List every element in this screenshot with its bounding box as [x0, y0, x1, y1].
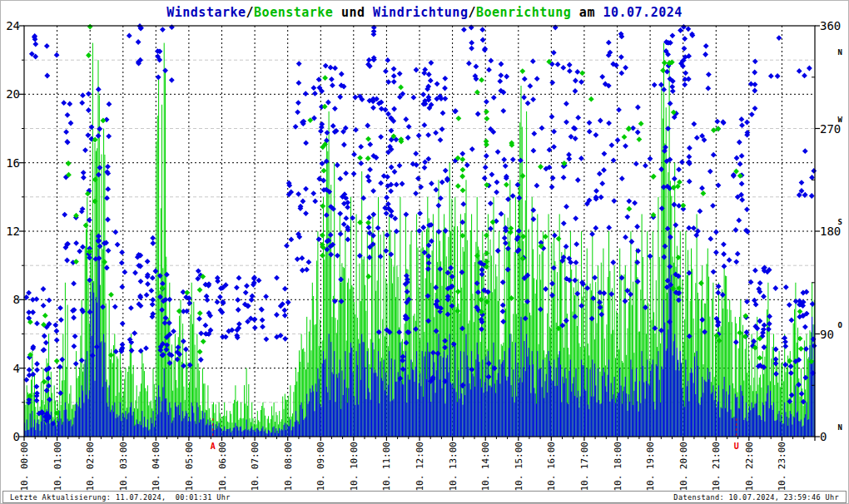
svg-text:10. 02:00: 10. 02:00: [85, 442, 96, 492]
svg-text:10. 19:00: 10. 19:00: [645, 442, 656, 492]
svg-text:180: 180: [820, 225, 841, 238]
svg-text:10. 09:00: 10. 09:00: [315, 442, 326, 492]
svg-text:10. 15:00: 10. 15:00: [514, 442, 524, 492]
svg-text:270: 270: [820, 122, 841, 136]
svg-text:16: 16: [6, 156, 20, 170]
svg-text:10. 14:00: 10. 14:00: [480, 442, 491, 492]
svg-text:O: O: [838, 321, 843, 329]
svg-text:360: 360: [820, 19, 841, 32]
svg-text:10. 00:00: 10. 00:00: [19, 442, 30, 492]
svg-text:10. 21:00: 10. 21:00: [711, 442, 722, 492]
svg-text:10. 05:00: 10. 05:00: [184, 442, 195, 492]
svg-text:10. 12:00: 10. 12:00: [415, 442, 425, 492]
svg-text:N: N: [838, 423, 842, 432]
svg-text:U: U: [734, 442, 739, 451]
data-status-text: Datenstand: 10.07.2024, 23:59:46 Uhr: [673, 493, 839, 502]
svg-text:20: 20: [6, 87, 20, 101]
svg-text:W: W: [838, 116, 843, 124]
y-right-labels: 0N90O180S270W360N: [820, 19, 843, 443]
svg-text:0: 0: [820, 430, 827, 443]
svg-text:10. 07:00: 10. 07:00: [250, 442, 261, 492]
svg-text:10. 03:00: 10. 03:00: [118, 442, 129, 492]
svg-text:90: 90: [820, 328, 834, 341]
wind-chart-page: Windstarke/Boenstarke und Windrichtung/B…: [0, 0, 849, 504]
svg-text:10. 11:00: 10. 11:00: [381, 442, 392, 492]
svg-text:10. 13:00: 10. 13:00: [448, 442, 459, 492]
svg-text:S: S: [838, 218, 842, 226]
wind-chart-plot: AU048121620240N90O180S270W360N10. 00:001…: [1, 1, 849, 504]
svg-text:10. 10:00: 10. 10:00: [349, 442, 360, 492]
svg-text:10. 20:00: 10. 20:00: [678, 442, 689, 492]
last-update-text: Letzte Aktualisierung: 11.07.2024, 00:01…: [10, 493, 231, 502]
svg-text:N: N: [838, 48, 842, 57]
svg-text:10. 04:00: 10. 04:00: [151, 442, 161, 492]
svg-text:8: 8: [13, 293, 20, 306]
svg-text:10. 17:00: 10. 17:00: [579, 442, 590, 492]
svg-text:10. 06:00: 10. 06:00: [217, 442, 228, 492]
svg-text:24: 24: [6, 19, 20, 32]
svg-text:10. 16:00: 10. 16:00: [546, 442, 557, 492]
svg-text:A: A: [211, 442, 216, 451]
svg-text:10. 01:00: 10. 01:00: [52, 442, 63, 492]
svg-text:4: 4: [13, 362, 20, 375]
y-left-labels: 04812162024: [6, 19, 20, 443]
svg-text:10. 18:00: 10. 18:00: [613, 442, 623, 492]
svg-text:0: 0: [13, 430, 20, 443]
svg-text:10. 22:00: 10. 22:00: [744, 442, 755, 492]
svg-text:12: 12: [6, 225, 20, 238]
x-axis-labels: 10. 00:0010. 01:0010. 02:0010. 03:0010. …: [19, 442, 787, 492]
svg-text:10. 08:00: 10. 08:00: [283, 442, 294, 492]
svg-text:10. 23:00: 10. 23:00: [777, 442, 787, 492]
status-bar: Letzte Aktualisierung: 11.07.2024, 00:01…: [2, 491, 847, 503]
